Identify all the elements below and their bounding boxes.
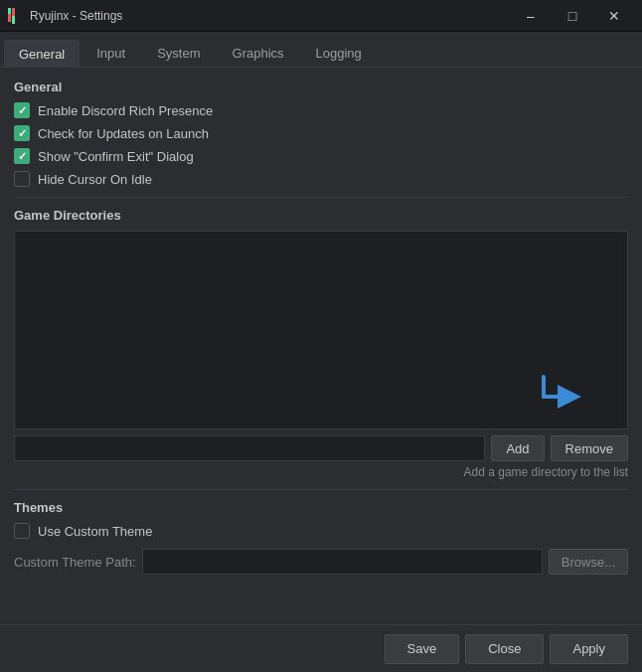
game-dir-title: Game Directories — [14, 208, 628, 223]
game-directories-section: Game Directories Add Remove Add a game d… — [14, 208, 628, 479]
game-dir-input-row: Add Remove — [14, 435, 628, 461]
app-icon — [8, 8, 24, 24]
bottom-bar: Save Close Apply — [0, 624, 642, 672]
svg-rect-1 — [8, 8, 11, 14]
theme-path-row: Custom Theme Path: Browse... — [14, 549, 628, 575]
browse-button[interactable]: Browse... — [549, 549, 628, 575]
hide-cursor-checkbox[interactable] — [14, 171, 30, 187]
discord-label: Enable Discord Rich Presence — [38, 103, 213, 118]
tab-general[interactable]: General — [4, 40, 80, 68]
tab-system[interactable]: System — [142, 39, 215, 67]
tab-bar: General Input System Graphics Logging — [0, 32, 642, 68]
confirm-exit-row: Show "Confirm Exit" Dialog — [14, 148, 628, 164]
hide-cursor-row: Hide Cursor On Idle — [14, 171, 628, 187]
custom-theme-label: Use Custom Theme — [38, 524, 152, 539]
title-bar-left: Ryujinx - Settings — [8, 8, 122, 24]
content-area: General Enable Discord Rich Presence Che… — [0, 68, 642, 624]
custom-theme-checkbox[interactable] — [14, 523, 30, 539]
discord-checkbox[interactable] — [14, 102, 30, 118]
arrow-down-right-icon — [536, 365, 583, 413]
svg-rect-0 — [8, 14, 11, 22]
remove-button[interactable]: Remove — [551, 435, 628, 461]
tab-logging[interactable]: Logging — [301, 39, 377, 67]
maximize-button[interactable]: □ — [553, 4, 592, 28]
theme-path-input[interactable] — [142, 549, 543, 575]
custom-theme-row: Use Custom Theme — [14, 523, 628, 539]
updates-row: Check for Updates on Launch — [14, 125, 628, 141]
hide-cursor-label: Hide Cursor On Idle — [38, 172, 152, 187]
svg-rect-3 — [12, 16, 15, 24]
minimize-button[interactable]: – — [511, 4, 551, 28]
save-button[interactable]: Save — [385, 634, 460, 664]
general-section-title: General — [14, 80, 628, 94]
theme-path-label: Custom Theme Path: — [14, 555, 136, 570]
close-button[interactable]: ✕ — [594, 4, 634, 28]
general-section: General Enable Discord Rich Presence Che… — [14, 80, 628, 187]
window-title: Ryujinx - Settings — [30, 9, 122, 23]
window-controls: – □ ✕ — [511, 4, 634, 28]
title-bar: Ryujinx - Settings – □ ✕ — [0, 0, 642, 32]
tab-input[interactable]: Input — [81, 39, 140, 67]
add-button[interactable]: Add — [491, 435, 544, 461]
game-dir-list — [14, 231, 628, 429]
updates-label: Check for Updates on Launch — [38, 126, 209, 141]
apply-button[interactable]: Apply — [550, 634, 628, 664]
close-settings-button[interactable]: Close — [465, 634, 544, 664]
divider-2 — [14, 489, 628, 490]
updates-checkbox[interactable] — [14, 125, 30, 141]
themes-section-title: Themes — [14, 500, 628, 515]
svg-rect-2 — [12, 8, 15, 16]
confirm-exit-checkbox[interactable] — [14, 148, 30, 164]
themes-section: Themes Use Custom Theme Custom Theme Pat… — [14, 500, 628, 575]
divider-1 — [14, 197, 628, 198]
game-dir-input[interactable] — [14, 435, 485, 461]
tab-graphics[interactable]: Graphics — [218, 39, 299, 67]
game-dir-hint: Add a game directory to the list — [14, 465, 628, 479]
discord-row: Enable Discord Rich Presence — [14, 102, 628, 118]
confirm-exit-label: Show "Confirm Exit" Dialog — [38, 149, 194, 164]
